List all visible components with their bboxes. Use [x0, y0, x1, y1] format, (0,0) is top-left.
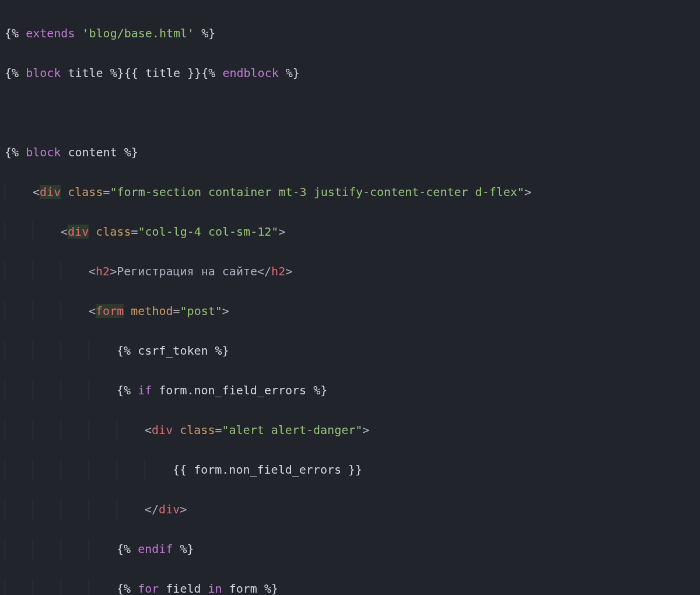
tag-div: div	[40, 185, 61, 199]
keyword-extends: extends	[26, 26, 75, 40]
code-line-blank[interactable]	[5, 103, 695, 123]
attr-class: class	[96, 225, 131, 239]
identifier: form	[194, 463, 222, 477]
code-line[interactable]: {% block title %}{{ title }}{% endblock …	[5, 63, 695, 83]
block-name: title	[68, 66, 103, 80]
code-editor[interactable]: {% extends 'blog/base.html' %} {% block …	[0, 0, 700, 595]
loop-var: field	[166, 582, 201, 595]
variable: title	[145, 66, 180, 80]
attr-class: class	[68, 185, 103, 199]
keyword-for: for	[138, 582, 159, 595]
keyword-block: block	[26, 66, 61, 80]
keyword-if: if	[138, 383, 152, 397]
indent-guide	[5, 182, 33, 202]
tag-div: div	[68, 225, 89, 239]
code-line[interactable]: {% extends 'blog/base.html' %}	[5, 23, 695, 43]
code-line[interactable]: <div class="col-lg-4 col-sm-12">	[5, 222, 695, 242]
string-literal: "post"	[180, 304, 222, 318]
code-line[interactable]: {% block content %}	[5, 142, 695, 162]
identifier: form	[159, 383, 187, 397]
tag-div: div	[152, 423, 173, 437]
token-csrf: csrf_token	[138, 344, 208, 358]
string-literal: 'blog/base.html'	[82, 26, 194, 40]
keyword-in: in	[208, 582, 222, 595]
string-literal: "form-section container mt-3 justify-con…	[110, 185, 524, 199]
keyword-endif: endif	[138, 542, 173, 556]
code-line[interactable]: {% csrf_token %}	[5, 341, 695, 360]
tag-h2-close: h2	[271, 264, 285, 278]
code-line[interactable]: <form method="post">	[5, 301, 695, 321]
code-line[interactable]: {% for field in form %}	[5, 579, 695, 595]
code-line[interactable]: <div class="alert alert-danger">	[5, 420, 695, 440]
code-line[interactable]: {{ form.non_field_errors }}	[5, 460, 695, 480]
string-literal: "col-lg-4 col-sm-12"	[138, 225, 278, 239]
attr-method: method	[131, 304, 173, 318]
keyword-endblock: endblock	[222, 66, 278, 80]
text-content: Регистрация на сайте	[117, 264, 257, 278]
keyword-block: block	[26, 145, 61, 159]
code-line[interactable]: <div class="form-section container mt-3 …	[5, 182, 695, 202]
attr-class: class	[180, 423, 215, 437]
code-line[interactable]: <h2>Регистрация на сайте</h2>	[5, 261, 695, 281]
tag-form: form	[96, 304, 124, 318]
tag-div-close: div	[159, 502, 180, 516]
template-delim: {%	[5, 26, 19, 40]
string-literal: "alert alert-danger"	[222, 423, 362, 437]
code-line[interactable]: </div>	[5, 499, 695, 519]
property: .non_field_errors	[222, 463, 341, 477]
code-line[interactable]: {% if form.non_field_errors %}	[5, 380, 695, 400]
block-name: content	[68, 145, 117, 159]
property: .non_field_errors	[187, 383, 306, 397]
code-line[interactable]: {% endif %}	[5, 539, 695, 559]
identifier: form	[229, 582, 257, 595]
tag-h2: h2	[96, 264, 110, 278]
